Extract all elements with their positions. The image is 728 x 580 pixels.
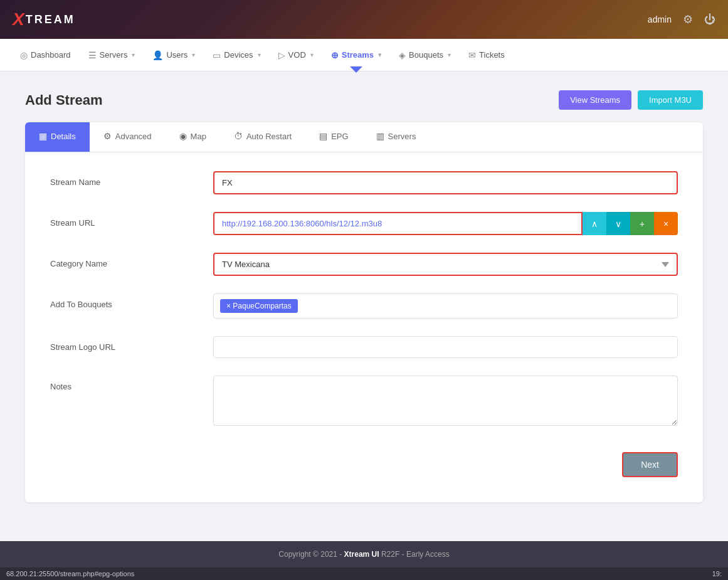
- url-up-button[interactable]: ∧: [583, 212, 606, 235]
- import-m3u-button[interactable]: Import M3U: [638, 90, 703, 110]
- admin-label: admin: [648, 14, 672, 24]
- servers-icon: ☰: [88, 50, 97, 60]
- topbar: X TREAM admin ⚙ ⏻: [0, 0, 728, 39]
- streams-icon: ⊕: [331, 50, 339, 60]
- nav-vod[interactable]: ▷ VOD ▾: [271, 46, 321, 64]
- url-remove-button[interactable]: ×: [654, 212, 678, 235]
- footer-copyright: Copyright © 2021 -: [278, 550, 344, 559]
- stream-logo-label: Stream Logo URL: [50, 336, 213, 352]
- url-btn-group: ∧ ∨ + ×: [583, 212, 678, 235]
- bouquets-row: Add To Bouquets × PaqueCompartas: [50, 293, 678, 319]
- stream-logo-row: Stream Logo URL: [50, 336, 678, 358]
- statusbar: 68.200.21:25500/stream.php#epg-options 1…: [0, 567, 728, 580]
- nav-dashboard-label: Dashboard: [31, 50, 71, 60]
- stream-url-control: ∧ ∨ + ×: [213, 212, 678, 235]
- notes-label: Notes: [50, 376, 213, 391]
- bouquets-control: × PaqueCompartas: [213, 293, 678, 319]
- vod-icon: ▷: [278, 50, 285, 60]
- notes-textarea[interactable]: [213, 376, 678, 426]
- url-add-button[interactable]: +: [630, 212, 654, 235]
- nav-users-label: Users: [166, 50, 187, 60]
- nav-devices[interactable]: ▭ Devices ▾: [205, 46, 268, 64]
- nav-tickets-label: Tickets: [479, 50, 505, 60]
- nav-bouquets-label: Bouquets: [409, 50, 443, 60]
- bouquets-chevron: ▾: [448, 51, 451, 58]
- category-name-row: Category Name TV Mexicana: [50, 253, 678, 276]
- category-select[interactable]: TV Mexicana: [213, 253, 678, 276]
- servers-chevron: ▾: [132, 51, 135, 58]
- stream-url-row: Stream URL ∧ ∨ + ×: [50, 212, 678, 235]
- streams-caret: [350, 66, 362, 73]
- nav-vod-label: VOD: [288, 50, 306, 60]
- nav-tickets[interactable]: ✉ Tickets: [461, 46, 512, 64]
- stream-url-input-wrap: [213, 212, 583, 235]
- bouquet-tag-wrap[interactable]: × PaqueCompartas: [213, 293, 678, 319]
- tab-details[interactable]: ▦ Details: [25, 122, 90, 152]
- nav-users[interactable]: 👤 Users ▾: [145, 46, 203, 64]
- statusbar-time: 19:: [712, 570, 722, 577]
- category-name-label: Category Name: [50, 253, 213, 268]
- page-content: Add Stream View Streams Import M3U ▦ Det…: [0, 71, 728, 541]
- nav-dashboard[interactable]: ◎ Dashboard: [13, 46, 78, 64]
- map-tab-icon: ◉: [179, 131, 187, 141]
- page-header: Add Stream View Streams Import M3U: [25, 90, 703, 110]
- tabs: ▦ Details ⚙ Advanced ◉ Map ⏱ Auto Restar…: [25, 122, 703, 152]
- form-actions: Next: [50, 446, 678, 483]
- nav-servers[interactable]: ☰ Servers ▾: [81, 46, 143, 64]
- stream-logo-input[interactable]: [213, 336, 678, 358]
- stream-url-row-inner: ∧ ∨ + ×: [213, 212, 678, 235]
- form-body: Stream Name Stream URL ∧ ∨: [25, 152, 703, 502]
- logo-x: X: [13, 9, 24, 29]
- notes-control: [213, 376, 678, 428]
- footer-app-name: Xtream UI: [344, 550, 379, 559]
- tab-map[interactable]: ◉ Map: [166, 122, 220, 152]
- auto-restart-tab-icon: ⏱: [234, 131, 243, 141]
- nav-devices-label: Devices: [224, 50, 253, 60]
- nav-bouquets[interactable]: ◈ Bouquets ▾: [391, 46, 458, 64]
- tab-advanced[interactable]: ⚙ Advanced: [90, 122, 166, 152]
- epg-tab-icon: ▤: [319, 131, 327, 141]
- topbar-right: admin ⚙ ⏻: [648, 13, 715, 26]
- vod-chevron: ▾: [310, 51, 314, 58]
- add-stream-card: ▦ Details ⚙ Advanced ◉ Map ⏱ Auto Restar…: [25, 122, 703, 502]
- tab-auto-restart-label: Auto Restart: [246, 132, 292, 141]
- stream-name-label: Stream Name: [50, 171, 213, 187]
- power-icon[interactable]: ⏻: [704, 13, 715, 26]
- advanced-tab-icon: ⚙: [103, 131, 112, 141]
- nav-servers-label: Servers: [100, 50, 128, 60]
- bouquets-label: Add To Bouquets: [50, 293, 213, 309]
- bouquet-tag[interactable]: × PaqueCompartas: [220, 299, 298, 313]
- stream-name-row: Stream Name: [50, 171, 678, 194]
- page-title: Add Stream: [25, 92, 102, 108]
- tab-epg[interactable]: ▤ EPG: [305, 122, 362, 152]
- stream-name-control: [213, 171, 678, 194]
- tab-advanced-label: Advanced: [115, 132, 152, 141]
- stream-name-input[interactable]: [213, 171, 678, 194]
- users-icon: 👤: [152, 50, 163, 60]
- tab-auto-restart[interactable]: ⏱ Auto Restart: [220, 122, 305, 152]
- servers-tab-icon: ▥: [376, 131, 384, 141]
- settings-icon[interactable]: ⚙: [683, 13, 693, 26]
- tickets-icon: ✉: [468, 50, 476, 60]
- nav-streams[interactable]: ⊕ Streams ▾: [324, 46, 389, 64]
- stream-url-input[interactable]: [214, 213, 581, 234]
- header-buttons: View Streams Import M3U: [559, 90, 703, 110]
- devices-chevron: ▾: [258, 51, 261, 58]
- tab-map-label: Map: [191, 132, 206, 141]
- streams-chevron: ▾: [378, 51, 381, 58]
- bouquet-tag-label: × PaqueCompartas: [226, 302, 292, 310]
- tab-epg-label: EPG: [331, 132, 348, 141]
- main-nav: ◎ Dashboard ☰ Servers ▾ 👤 Users ▾ ▭ Devi…: [0, 39, 728, 71]
- devices-icon: ▭: [213, 50, 221, 60]
- statusbar-url: 68.200.21:25500/stream.php#epg-options: [6, 570, 134, 577]
- category-name-control: TV Mexicana: [213, 253, 678, 276]
- tab-servers[interactable]: ▥ Servers: [362, 122, 430, 152]
- tab-details-label: Details: [51, 132, 76, 141]
- tab-servers-label: Servers: [388, 132, 416, 141]
- footer-version: R22F - Early Access: [381, 550, 450, 559]
- next-button[interactable]: Next: [622, 452, 678, 477]
- url-down-button[interactable]: ∨: [606, 212, 630, 235]
- footer: Copyright © 2021 - Xtream UI R22F - Earl…: [0, 541, 728, 567]
- stream-url-label: Stream URL: [50, 212, 213, 228]
- view-streams-button[interactable]: View Streams: [559, 90, 631, 110]
